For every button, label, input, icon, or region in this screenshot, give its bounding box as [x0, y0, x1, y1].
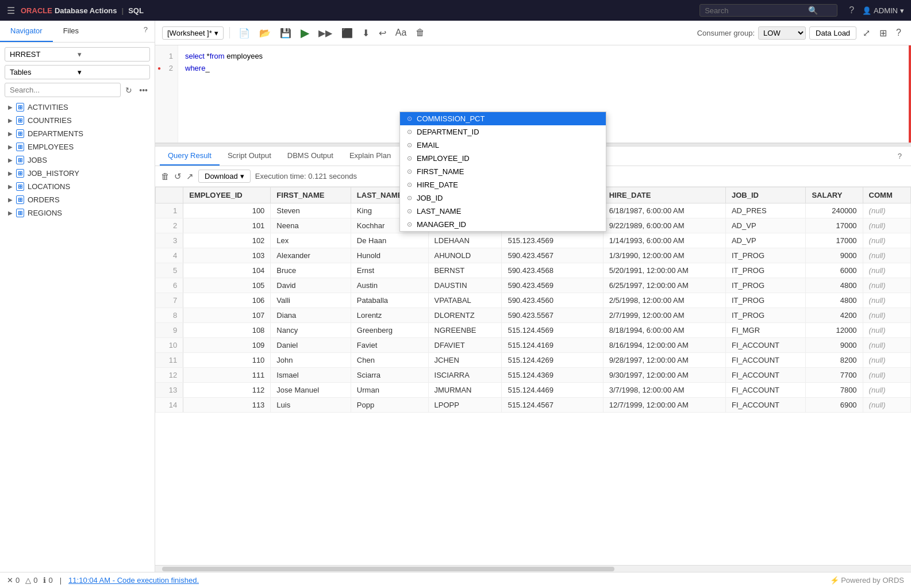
sidebar-item-countries[interactable]: ▶ ⊞ COUNTRIES — [5, 114, 150, 127]
clear-button[interactable]: 🗑 — [413, 26, 428, 40]
consumer-group-select[interactable]: LOW MEDIUM HIGH — [758, 26, 806, 40]
search-input[interactable] — [705, 6, 808, 15]
delete-icon[interactable]: 🗑 — [161, 171, 170, 181]
sidebar-tab-navigator[interactable]: Navigator — [0, 21, 53, 42]
admin-menu[interactable]: 👤 ADMIN ▾ — [862, 6, 904, 15]
col-header-salary[interactable]: SALARY — [806, 187, 863, 203]
grid-icon[interactable]: ⊞ — [877, 26, 890, 40]
horizontal-scrollbar[interactable] — [155, 565, 911, 572]
keyword-where: where — [185, 62, 205, 74]
code-editor[interactable]: 1 2 select * from employees where _ — [155, 45, 911, 143]
table-cell: 107 — [183, 308, 271, 323]
autocomplete-item-manager-id[interactable]: ⊙ MANAGER_ID — [400, 218, 606, 231]
commit-button[interactable]: ⬇ — [359, 26, 372, 40]
topbar-right: ? 👤 ADMIN ▾ — [849, 5, 904, 16]
col-header-comm[interactable]: COMM — [863, 187, 910, 203]
results-help-icon[interactable]: ? — [893, 147, 906, 165]
data-load-button[interactable]: Data Load — [809, 26, 856, 40]
sidebar-item-employees[interactable]: ▶ ⊞ EMPLOYEES — [5, 140, 150, 153]
run-script-button[interactable]: ▶▶ — [316, 26, 335, 40]
tab-explain-plan[interactable]: Explain Plan — [341, 147, 399, 166]
more-icon[interactable]: ••• — [137, 83, 150, 97]
sidebar-item-jobs[interactable]: ▶ ⊞ JOBS — [5, 153, 150, 167]
tab-dbms-output[interactable]: DBMS Output — [279, 147, 341, 166]
worksheet-select[interactable]: [Worksheet ]* ▾ — [162, 26, 224, 40]
sidebar-item-departments[interactable]: ▶ ⊞ DEPARTMENTS — [5, 127, 150, 140]
stop-button[interactable]: ⬛ — [339, 26, 356, 40]
table-cell: Urman — [351, 383, 428, 398]
keyword-select: select — [185, 50, 205, 62]
col-header-employee-id[interactable]: EMPLOYEE_ID — [183, 187, 271, 203]
col-header-first-name[interactable]: FIRST_NAME — [271, 187, 351, 203]
autocomplete-item-first-name[interactable]: ⊙ FIRST_NAME — [400, 165, 606, 178]
schema-select[interactable]: HRREST ▾ — [5, 47, 150, 62]
autocomplete-item-email[interactable]: ⊙ EMAIL — [400, 139, 606, 152]
row-number: 3 — [156, 233, 183, 248]
table-row[interactable]: 4103AlexanderHunoldAHUNOLD590.423.45671/… — [156, 248, 911, 263]
sidebar-item-locations[interactable]: ▶ ⊞ LOCATIONS — [5, 180, 150, 193]
sidebar-item-regions[interactable]: ▶ ⊞ REGIONS — [5, 206, 150, 220]
export-icon[interactable]: ↗ — [186, 171, 194, 182]
open-button[interactable]: 📂 — [256, 26, 274, 40]
tree-item-label: LOCATIONS — [28, 182, 70, 191]
tree-chevron-icon: ▶ — [8, 117, 13, 124]
table-row[interactable]: 3102LexDe HaanLDEHAAN515.123.45691/14/19… — [156, 233, 911, 248]
info-icon[interactable]: ? — [893, 26, 904, 40]
table-row[interactable]: 5104BruceErnstBERNST590.423.45685/20/199… — [156, 263, 911, 278]
format-button[interactable]: Aa — [393, 26, 410, 40]
search-icon: 🔍 — [808, 6, 818, 15]
search-bar[interactable]: 🔍 — [699, 4, 837, 17]
table-row[interactable]: 11110JohnChenJCHEN515.124.42699/28/1997,… — [156, 353, 911, 368]
table-row[interactable]: 6105DavidAustinDAUSTIN590.423.45696/25/1… — [156, 278, 911, 293]
object-type-select[interactable]: Tables ▾ — [5, 65, 150, 79]
col-header-job-id[interactable]: JOB_ID — [725, 187, 806, 203]
new-file-button[interactable]: 📄 — [236, 26, 253, 40]
sidebar-item-job-history[interactable]: ▶ ⊞ JOB_HISTORY — [5, 167, 150, 180]
table-row[interactable]: 9108NancyGreenbergNGREENBE515.124.45698/… — [156, 323, 911, 338]
table-row[interactable]: 7106ValliPataballaVPATABAL590.423.45602/… — [156, 293, 911, 308]
run-button[interactable]: ▶ — [298, 24, 312, 41]
data-table-wrapper[interactable]: EMPLOYEE_ID FIRST_NAME LAST_NAME EMAIL P… — [155, 187, 911, 565]
table-row[interactable]: 13112Jose ManuelUrmanJMURMAN515.124.4469… — [156, 383, 911, 398]
table-row[interactable]: 10109DanielFavietDFAVIET515.124.41698/16… — [156, 338, 911, 353]
autocomplete-item-department-id[interactable]: ⊙ DEPARTMENT_ID — [400, 125, 606, 139]
help-icon[interactable]: ? — [849, 5, 854, 16]
table-cell: 590.423.4569 — [502, 278, 603, 293]
execution-time: Execution time: 0.121 seconds — [255, 172, 357, 180]
table-cell: 104 — [183, 263, 271, 278]
tab-query-result[interactable]: Query Result — [160, 147, 220, 166]
autocomplete-item-job-id[interactable]: ⊙ JOB_ID — [400, 191, 606, 205]
status-message[interactable]: 11:10:04 AM - Code execution finished. — [68, 576, 199, 585]
save-button[interactable]: 💾 — [277, 26, 294, 40]
table-row[interactable]: 12111IsmaelSciarraISCIARRA515.124.43699/… — [156, 368, 911, 383]
table-row[interactable]: 14113LuisPoppLPOPP515.124.456712/7/1999,… — [156, 398, 911, 413]
sidebar-item-activities[interactable]: ▶ ⊞ ACTIVITIES — [5, 101, 150, 114]
menu-icon[interactable]: ☰ — [7, 5, 15, 16]
schema-label: HRREST — [10, 50, 78, 59]
autocomplete-item-last-name[interactable]: ⊙ LAST_NAME — [400, 205, 606, 218]
tab-script-output[interactable]: Script Output — [220, 147, 279, 166]
table-cell: 111 — [183, 368, 271, 383]
autocomplete-item-employee-id[interactable]: ⊙ EMPLOYEE_ID — [400, 152, 606, 165]
autocomplete-item-hire-date[interactable]: ⊙ HIRE_DATE — [400, 178, 606, 191]
sidebar-item-orders[interactable]: ▶ ⊞ ORDERS — [5, 193, 150, 206]
tree-item-label: COUNTRIES — [28, 116, 72, 125]
scrollbar-thumb[interactable] — [162, 567, 614, 571]
table-cell: JCHEN — [428, 353, 502, 368]
download-button[interactable]: Download ▾ — [198, 170, 251, 183]
sidebar-help-icon[interactable]: ? — [137, 21, 155, 42]
rollback-button[interactable]: ↩ — [376, 26, 389, 40]
tree-chevron-icon: ▶ — [8, 157, 13, 163]
refresh-icon[interactable]: ↻ — [123, 83, 134, 97]
autocomplete-item-commission-pct[interactable]: ⊙ COMMISSION_PCT — [400, 112, 606, 125]
table-row[interactable]: 8107DianaLorentzDLORENTZ590.423.55672/7/… — [156, 308, 911, 323]
column-icon: ⊙ — [407, 207, 412, 215]
table-cell: BERNST — [428, 263, 502, 278]
col-header-hire-date[interactable]: HIRE_DATE — [603, 187, 725, 203]
table-cell: AHUNOLD — [428, 248, 502, 263]
sidebar-search-input[interactable] — [5, 83, 121, 97]
expand-icon[interactable]: ⤢ — [860, 26, 873, 40]
sidebar-tab-files[interactable]: Files — [53, 21, 89, 42]
refresh-result-icon[interactable]: ↺ — [174, 171, 182, 182]
autocomplete-dropdown[interactable]: ⊙ COMMISSION_PCT ⊙ DEPARTMENT_ID ⊙ EMAIL… — [399, 112, 606, 232]
